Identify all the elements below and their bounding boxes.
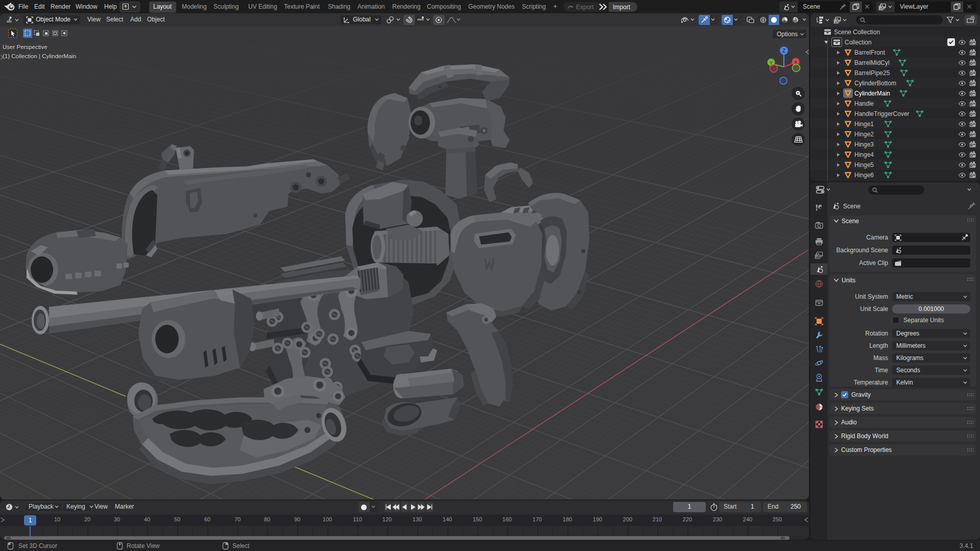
svg-text:Y: Y — [770, 60, 773, 65]
svg-text:Z: Z — [782, 48, 785, 54]
